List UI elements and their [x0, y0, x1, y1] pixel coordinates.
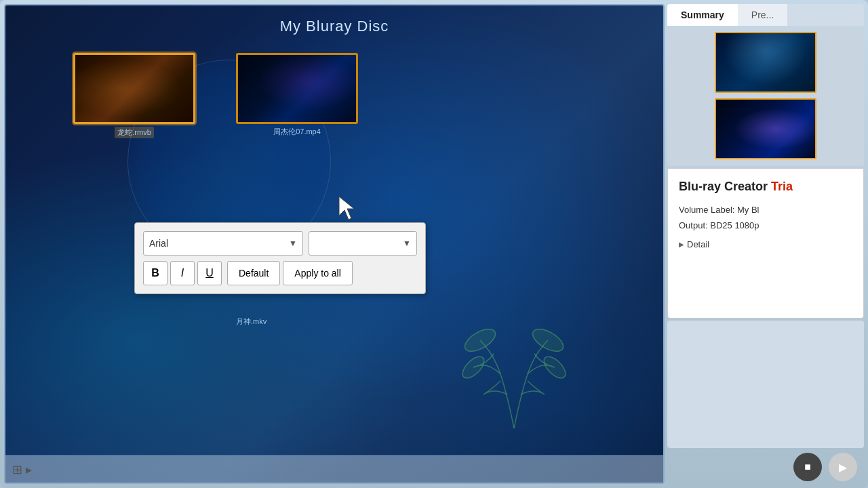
thumb-label-2: 周杰伦07.mp4: [273, 127, 321, 137]
thumbnails-area: 龙蛇.rmvb 周杰伦07.mp4: [73, 53, 358, 138]
left-editor-panel: My Bluray Disc 龙蛇.rmvb 周杰伦07.mp4: [4, 4, 665, 484]
svg-marker-4: [339, 197, 354, 220]
apply-all-button[interactable]: Apply to all: [283, 261, 352, 285]
summary-title-trial: Tria: [771, 180, 793, 193]
summary-info: Volume Label: My Bl Output: BD25 1080p: [679, 202, 852, 234]
tab-summary[interactable]: Summary: [667, 4, 738, 26]
svg-point-3: [540, 353, 569, 382]
output-text: Output: BD25 1080p: [679, 218, 852, 233]
thumb-1-bg: [75, 55, 193, 122]
left-bottom-bar: ⊞ ▸: [5, 455, 663, 483]
detail-label: Detail: [687, 239, 709, 249]
svg-point-1: [529, 325, 566, 356]
bottom-label: 月神.mkv: [236, 317, 267, 327]
bottom-controls: ■ ▶: [667, 450, 864, 484]
size-select[interactable]: ▼: [309, 231, 417, 256]
right-spacer: [667, 321, 864, 448]
play-button[interactable]: ▶: [829, 453, 857, 481]
right-thumbs-panel: [667, 28, 864, 166]
summary-title-prefix: Blu-ray Creator: [679, 180, 771, 193]
thumb-frame-1[interactable]: [73, 53, 195, 124]
right-thumb-2[interactable]: [715, 98, 816, 159]
font-select[interactable]: Arial ▼: [143, 231, 303, 256]
font-toolbar-row1: Arial ▼ ▼: [143, 231, 417, 256]
summary-panel: Blu-ray Creator Tria Volume Label: My Bl…: [667, 168, 864, 319]
disc-title: My Bluray Disc: [5, 18, 663, 35]
stop-button[interactable]: ■: [793, 453, 822, 481]
italic-button[interactable]: I: [170, 261, 195, 285]
svg-point-0: [461, 325, 498, 356]
right-panel: Summary Pre... Blu-ray Creator Tria Volu…: [667, 4, 864, 484]
detail-link[interactable]: ▶ Detail: [679, 239, 852, 249]
tab-preview[interactable]: Pre...: [738, 4, 787, 26]
detail-arrow-icon: ▶: [679, 241, 684, 248]
tab-bar: Summary Pre...: [667, 4, 864, 26]
summary-title: Blu-ray Creator Tria: [679, 180, 852, 194]
timeline-icon: ⊞ ▸: [12, 462, 32, 477]
svg-point-2: [459, 353, 488, 382]
thumb-item-1[interactable]: 龙蛇.rmvb: [73, 53, 195, 138]
font-name-value: Arial: [149, 238, 289, 249]
underline-button[interactable]: U: [197, 261, 222, 285]
bold-button[interactable]: B: [143, 261, 167, 285]
font-toolbar: Arial ▼ ▼ B I U Default Apply to all: [134, 222, 426, 294]
thumb-2-bg: [238, 55, 356, 122]
default-button[interactable]: Default: [227, 261, 280, 285]
thumb-label-1: 龙蛇.rmvb: [115, 127, 154, 138]
main-area: My Bluray Disc 龙蛇.rmvb 周杰伦07.mp4: [4, 4, 864, 484]
app-window: My Bluray Disc 龙蛇.rmvb 周杰伦07.mp4: [0, 0, 868, 488]
mouse-cursor: [338, 195, 358, 222]
font-toolbar-row2: B I U Default Apply to all: [143, 261, 417, 285]
size-select-arrow-icon: ▼: [403, 239, 411, 248]
volume-label-text: Volume Label: My Bl: [679, 202, 852, 218]
thumb-frame-2[interactable]: [236, 53, 358, 124]
font-select-arrow-icon: ▼: [289, 239, 297, 248]
right-thumb-1[interactable]: [715, 32, 816, 93]
thumb-item-2[interactable]: 周杰伦07.mp4: [236, 53, 358, 138]
plant-decoration: [446, 293, 582, 428]
